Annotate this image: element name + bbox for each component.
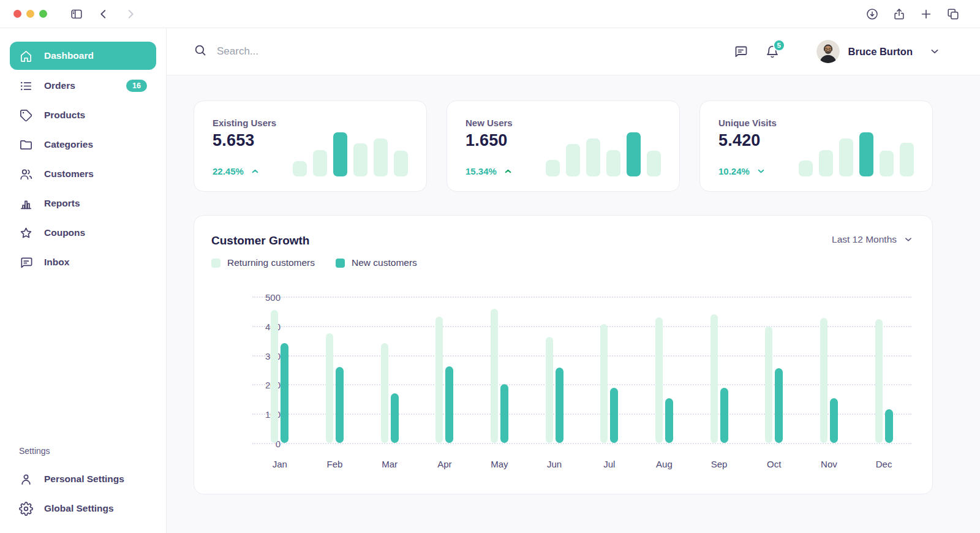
users-icon (19, 167, 33, 181)
zoom-window-button[interactable] (39, 10, 47, 18)
legend-swatch (211, 259, 221, 268)
returning-customers-bar (491, 309, 498, 443)
new-customers-bar (336, 367, 344, 443)
sidebar-item-label: Personal Settings (44, 474, 124, 485)
sidebar-item-global-settings[interactable]: Global Settings (10, 494, 156, 523)
returning-customers-bar (765, 327, 772, 443)
back-icon[interactable] (97, 7, 110, 21)
new-customers-bar (500, 384, 508, 443)
stat-card-value: 5.653 (213, 131, 276, 150)
bar-pair (820, 297, 838, 443)
stat-card-value: 1.650 (466, 131, 513, 150)
bar-chart-icon (19, 197, 33, 211)
user-menu[interactable]: Bruce Burton (816, 40, 941, 63)
topbar: 5 Bruce Burton (167, 28, 980, 75)
new-tab-icon[interactable] (919, 7, 933, 21)
new-customers-bar (445, 366, 453, 443)
new-customers-bar (610, 388, 618, 443)
new-customers-bar (830, 398, 838, 443)
stat-card-label: Existing Users (213, 118, 276, 128)
mini-bar (606, 150, 620, 176)
list-icon (19, 79, 33, 93)
returning-customers-bar (326, 333, 333, 443)
mini-bar (839, 138, 853, 176)
sidebar-item-products[interactable]: Products (10, 100, 156, 130)
sidebar-item-orders[interactable]: Orders16 (10, 71, 156, 100)
close-window-button[interactable] (13, 10, 21, 18)
mini-bar (799, 161, 813, 176)
sidebar-item-coupons[interactable]: Coupons (10, 218, 156, 248)
customer-growth-card: Customer Growth Last 12 Months Returning… (194, 215, 933, 494)
share-icon[interactable] (892, 7, 906, 21)
window-chrome (0, 0, 980, 28)
month-group-feb: Feb (326, 297, 344, 469)
mini-bar (374, 138, 388, 176)
sidebar-toggle-icon[interactable] (70, 7, 83, 21)
month-group-mar: Mar (381, 297, 399, 469)
returning-customers-bar (546, 337, 553, 443)
mini-bar (394, 151, 408, 176)
notifications-bell-icon[interactable]: 5 (765, 44, 780, 59)
bar-pair (710, 297, 728, 443)
minimize-window-button[interactable] (26, 10, 34, 18)
sidebar-item-customers[interactable]: Customers (10, 159, 156, 189)
bar-chart: 5004003002001000 JanFebMarAprMayJunJulAu… (211, 297, 914, 480)
new-customers-bar (885, 409, 893, 443)
bar-pair (435, 297, 453, 443)
sidebar-item-label: Global Settings (44, 503, 114, 514)
returning-customers-bar (435, 317, 443, 443)
stat-card-label: New Users (466, 118, 513, 128)
bar-pair (875, 297, 893, 443)
sidebar-item-label: Orders (44, 80, 75, 91)
x-axis-month-label: May (491, 459, 508, 469)
stat-card-unique-visits: Unique Visits5.42010.24% (699, 100, 933, 192)
month-group-nov: Nov (820, 297, 838, 469)
search-icon (194, 43, 207, 59)
user-menu-chevron-down-icon[interactable] (929, 45, 941, 58)
range-selector[interactable]: Last 12 Months (832, 234, 914, 245)
x-axis-month-label: Dec (876, 459, 892, 469)
forward-icon[interactable] (124, 7, 137, 21)
search-input[interactable] (217, 45, 474, 58)
avatar[interactable] (816, 40, 840, 63)
sidebar-item-categories[interactable]: Categories (10, 130, 156, 159)
chevron-down-icon (903, 234, 914, 245)
returning-customers-bar (655, 317, 663, 443)
month-group-aug: Aug (655, 297, 673, 469)
month-group-oct: Oct (765, 297, 783, 469)
legend-swatch (336, 259, 345, 268)
stat-card-change: 15.34% (466, 166, 513, 176)
mini-bar-highlighted (333, 132, 347, 176)
mini-bar (313, 150, 327, 176)
x-axis-month-label: Aug (656, 459, 673, 469)
stat-card-change: 10.24% (718, 166, 777, 176)
sidebar-item-dashboard[interactable]: Dashboard (10, 42, 156, 70)
legend-item-returning-customers: Returning customers (211, 257, 315, 268)
new-customers-bar (775, 368, 783, 443)
sidebar-item-inbox[interactable]: Inbox (10, 248, 156, 277)
x-axis-month-label: Mar (382, 459, 398, 469)
mini-bar (819, 150, 833, 176)
sidebar-item-label: Customers (44, 168, 94, 180)
new-customers-bar (281, 343, 288, 443)
notification-count-badge: 5 (773, 39, 785, 51)
sidebar-item-personal-settings[interactable]: Personal Settings (10, 464, 156, 494)
x-axis-month-label: Jul (603, 459, 615, 469)
new-customers-bar (556, 368, 564, 443)
mini-bar-chart (293, 118, 408, 176)
x-axis-month-label: Oct (767, 459, 781, 469)
bar-pair (491, 297, 508, 443)
returning-customers-bar (710, 314, 718, 443)
stat-cards-row: Existing Users5.65322.45%New Users1.6501… (194, 100, 933, 192)
tabs-overview-icon[interactable] (946, 7, 960, 21)
stat-card-change-percent: 15.34% (466, 166, 497, 176)
stat-card-existing-users: Existing Users5.65322.45% (194, 100, 427, 192)
sidebar-item-reports[interactable]: Reports (10, 189, 156, 218)
month-group-sep: Sep (710, 297, 728, 469)
x-axis-month-label: Apr (437, 459, 451, 469)
gear-icon (19, 502, 33, 516)
download-icon[interactable] (865, 7, 879, 21)
messages-icon[interactable] (733, 44, 748, 59)
stat-card-change-percent: 22.45% (213, 166, 244, 176)
bar-pair (765, 297, 783, 443)
